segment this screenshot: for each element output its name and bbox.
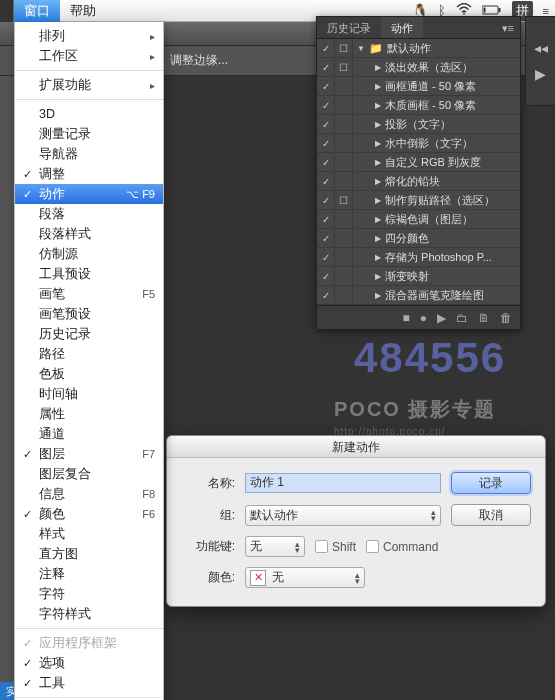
svg-point-0 (463, 13, 465, 15)
menu-item[interactable]: 工具预设 (15, 264, 163, 284)
menu-item[interactable]: 段落 (15, 204, 163, 224)
dock-play-icon[interactable]: ▶ (535, 66, 546, 82)
menu-item[interactable]: ✓选项 (15, 653, 163, 673)
side-dock: ◂◂ ▶ (525, 16, 555, 106)
action-row[interactable]: ✓▶存储为 Photoshop P... (317, 248, 520, 267)
menu-item[interactable]: 图层复合 (15, 464, 163, 484)
menu-item[interactable]: ✓调整 (15, 164, 163, 184)
menu-item[interactable]: 扩展功能 (15, 75, 163, 95)
new-action-dialog: 新建动作 名称: 动作 1 记录 组: 默认动作▴▾ 取消 功能键: 无▴▾ S… (166, 435, 546, 607)
left-app-icon (0, 0, 14, 22)
menu-item[interactable]: 排列 (15, 26, 163, 46)
menu-item[interactable]: 时间轴 (15, 384, 163, 404)
color-label: 颜色: (181, 569, 235, 586)
set-select[interactable]: 默认动作▴▾ (245, 505, 441, 526)
menu-item[interactable]: 注释 (15, 564, 163, 584)
menu-help[interactable]: 帮助 (60, 0, 106, 22)
dock-expand-icon[interactable]: ◂◂ (534, 40, 548, 56)
menu-item[interactable]: 画笔F5 (15, 284, 163, 304)
action-row[interactable]: ✓▶混合器画笔克隆绘图 (317, 286, 520, 305)
action-row[interactable]: ✓☐▶淡出效果（选区） (317, 58, 520, 77)
fkey-select[interactable]: 无▴▾ (245, 536, 305, 557)
action-row[interactable]: ✓▶木质画框 - 50 像素 (317, 96, 520, 115)
menu-item[interactable]: 属性 (15, 404, 163, 424)
menu-item[interactable]: 导航器 (15, 144, 163, 164)
color-swatch-icon: ✕ (250, 570, 266, 586)
menu-item[interactable]: 3D (15, 104, 163, 124)
menu-item[interactable]: ✓动作⌥ F9 (15, 184, 163, 204)
name-input[interactable]: 动作 1 (245, 473, 441, 493)
play-icon[interactable]: ▶ (437, 311, 446, 325)
dialog-title: 新建动作 (167, 436, 545, 458)
fkey-label: 功能键: (181, 538, 235, 555)
trash-icon[interactable]: 🗑 (500, 311, 512, 325)
menu-item[interactable]: 路径 (15, 344, 163, 364)
menu-item[interactable]: ✓颜色F6 (15, 504, 163, 524)
menu-item[interactable]: 色板 (15, 364, 163, 384)
new-action-icon[interactable]: 🗎 (478, 311, 490, 325)
menu-item[interactable]: 画笔预设 (15, 304, 163, 324)
action-row[interactable]: ✓▶四分颜色 (317, 229, 520, 248)
action-row[interactable]: ✓▶渐变映射 (317, 267, 520, 286)
color-select[interactable]: ✕无 ▴▾ (245, 567, 365, 588)
menu-item[interactable]: ✓应用程序框架 (15, 633, 163, 653)
window-menu-dropdown: 排列工作区 扩展功能 3D测量记录导航器✓调整✓动作⌥ F9段落段落样式仿制源工… (14, 22, 164, 700)
action-row[interactable]: ✓☐▼📁默认动作 (317, 39, 520, 58)
action-row[interactable]: ✓▶熔化的铅块 (317, 172, 520, 191)
watermark-number: 484556 (354, 334, 506, 382)
menu-item[interactable]: 工作区 (15, 46, 163, 66)
set-label: 组: (181, 507, 235, 524)
command-checkbox[interactable]: Command (366, 540, 438, 554)
menu-window[interactable]: 窗口 (14, 0, 60, 22)
svg-rect-2 (498, 8, 500, 12)
record-button[interactable]: 记录 (451, 472, 531, 494)
record-icon[interactable]: ● (420, 311, 427, 325)
action-row[interactable]: ✓☐▶制作剪贴路径（选区） (317, 191, 520, 210)
action-row[interactable]: ✓▶画框通道 - 50 像素 (317, 77, 520, 96)
spotlight-icon[interactable]: ≡ (543, 5, 549, 17)
menu-item[interactable]: 历史记录 (15, 324, 163, 344)
shift-checkbox[interactable]: Shift (315, 540, 356, 554)
refine-edge-button[interactable]: 调整边缘... (170, 52, 228, 69)
menu-item[interactable]: ✓工具 (15, 673, 163, 693)
svg-rect-3 (483, 8, 485, 13)
action-row[interactable]: ✓▶自定义 RGB 到灰度 (317, 153, 520, 172)
stop-icon[interactable]: ■ (403, 311, 410, 325)
action-row[interactable]: ✓▶水中倒影（文字） (317, 134, 520, 153)
panel-menu-icon[interactable]: ▾≡ (496, 17, 520, 38)
menu-item[interactable]: ✓图层F7 (15, 444, 163, 464)
cancel-button[interactable]: 取消 (451, 504, 531, 526)
menu-item[interactable]: 样式 (15, 524, 163, 544)
name-label: 名称: (181, 475, 235, 492)
action-row[interactable]: ✓▶投影（文字） (317, 115, 520, 134)
actions-panel: 历史记录 动作 ▾≡ ✓☐▼📁默认动作✓☐▶淡出效果（选区）✓▶画框通道 - 5… (316, 16, 521, 330)
tab-history[interactable]: 历史记录 (317, 17, 381, 38)
menu-item[interactable]: 通道 (15, 424, 163, 444)
new-set-icon[interactable]: 🗀 (456, 311, 468, 325)
menu-item[interactable]: 字符 (15, 584, 163, 604)
watermark-brand: POCO 摄影专题 http://photo.poco.cn/ (334, 396, 496, 438)
menu-item[interactable]: 测量记录 (15, 124, 163, 144)
menu-item[interactable]: 仿制源 (15, 244, 163, 264)
menu-item[interactable]: 字符样式 (15, 604, 163, 624)
menu-item[interactable]: 段落样式 (15, 224, 163, 244)
action-row[interactable]: ✓▶棕褐色调（图层） (317, 210, 520, 229)
panel-footer: ■ ● ▶ 🗀 🗎 🗑 (317, 305, 520, 329)
menu-item[interactable]: 信息F8 (15, 484, 163, 504)
tab-actions[interactable]: 动作 (381, 17, 423, 38)
menu-item[interactable]: 直方图 (15, 544, 163, 564)
